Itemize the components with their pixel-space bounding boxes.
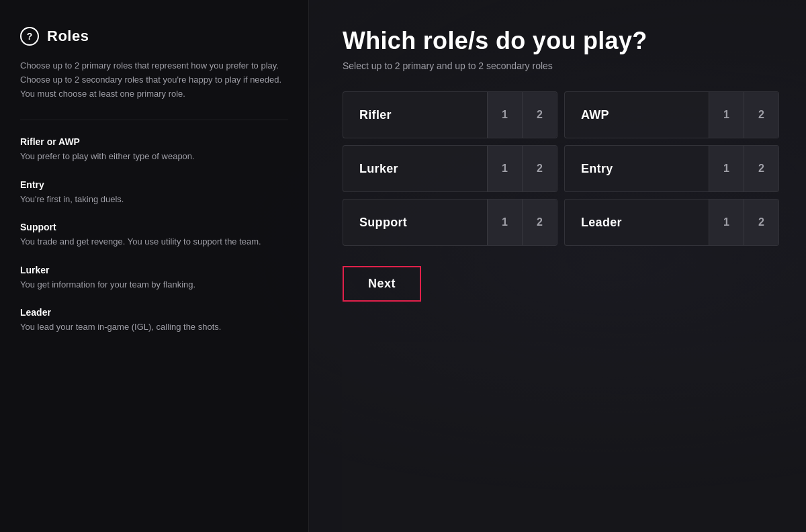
entry-priority-buttons: 1 2 [709,146,778,191]
support-priority-buttons: 1 2 [487,200,557,245]
role-name-lurker: Lurker [20,265,288,275]
lurker-priority-1[interactable]: 1 [487,146,522,191]
role-card-label-awp: AWP [565,108,709,122]
role-desc-lurker: You get information for your team by fla… [20,278,288,292]
role-section-lurker: Lurker You get information for your team… [20,265,288,292]
role-desc-rifler-awp: You prefer to play with either type of w… [20,150,288,163]
page-title: Which role/s do you play? [343,27,779,55]
rifler-priority-buttons: 1 2 [487,92,557,138]
role-name-rifler-awp: Rifler or AWP [20,136,288,147]
role-section-support: Support You trade and get revenge. You u… [20,222,288,249]
awp-priority-buttons: 1 2 [709,92,778,138]
role-card-label-leader: Leader [565,216,709,230]
role-card-entry[interactable]: Entry 1 2 [564,145,779,192]
awp-priority-1[interactable]: 1 [709,92,744,138]
leader-priority-buttons: 1 2 [709,200,778,245]
leader-priority-2[interactable]: 2 [744,200,778,245]
role-section-leader: Leader You lead your team in-game (IGL),… [20,307,288,334]
role-card-label-rifler: Rifler [343,108,487,122]
page-subtitle: Select up to 2 primary and up to 2 secon… [343,60,779,71]
panel-title: Roles [47,28,89,45]
role-card-support[interactable]: Support 1 2 [343,199,557,246]
support-priority-1[interactable]: 1 [487,200,522,245]
role-name-leader: Leader [20,307,288,318]
role-card-lurker[interactable]: Lurker 1 2 [343,145,557,192]
lurker-priority-2[interactable]: 2 [522,146,557,191]
rifler-priority-1[interactable]: 1 [487,92,522,138]
role-card-label-support: Support [343,216,487,230]
left-panel: ? Roles Choose up to 2 primary roles tha… [0,0,309,532]
role-desc-support: You trade and get revenge. You use utili… [20,235,288,249]
role-card-leader[interactable]: Leader 1 2 [564,199,779,246]
panel-description: Choose up to 2 primary roles that repres… [20,59,288,101]
role-card-rifler[interactable]: Rifler 1 2 [343,91,557,138]
role-name-support: Support [20,222,288,232]
help-icon: ? [20,27,39,46]
awp-priority-2[interactable]: 2 [744,92,778,138]
role-section-entry: Entry You're first in, taking duels. [20,179,288,206]
rifler-priority-2[interactable]: 2 [522,92,557,138]
role-card-label-entry: Entry [565,162,709,176]
role-section-rifler-awp: Rifler or AWP You prefer to play with ei… [20,136,288,163]
lurker-priority-buttons: 1 2 [487,146,557,191]
panel-title-row: ? Roles [20,27,288,46]
entry-priority-1[interactable]: 1 [709,146,744,191]
support-priority-2[interactable]: 2 [522,200,557,245]
role-name-entry: Entry [20,179,288,190]
role-card-label-lurker: Lurker [343,162,487,176]
entry-priority-2[interactable]: 2 [744,146,778,191]
role-card-awp[interactable]: AWP 1 2 [564,91,779,138]
next-button[interactable]: Next [343,266,421,302]
right-panel: Which role/s do you play? Select up to 2… [309,0,806,532]
roles-grid: Rifler 1 2 AWP 1 2 Lurker 1 2 Entry [343,91,779,246]
leader-priority-1[interactable]: 1 [709,200,744,245]
role-desc-leader: You lead your team in-game (IGL), callin… [20,320,288,334]
left-divider [20,120,288,120]
role-desc-entry: You're first in, taking duels. [20,193,288,206]
